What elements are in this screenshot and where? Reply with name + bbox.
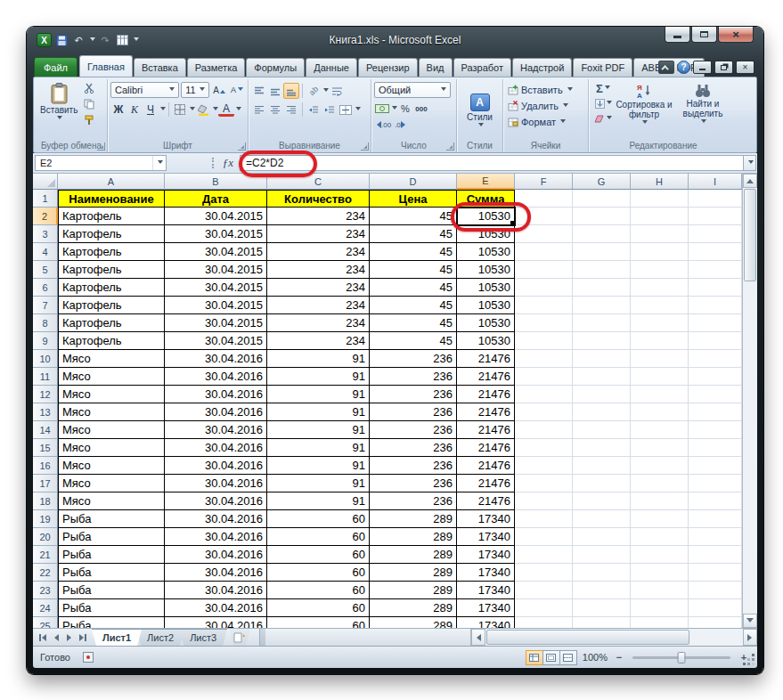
- cell-F3[interactable]: [515, 225, 573, 243]
- horizontal-scroll-track[interactable]: [690, 629, 743, 646]
- cell-D25[interactable]: 289: [370, 617, 457, 628]
- cell-G14[interactable]: [573, 421, 631, 439]
- column-header-B[interactable]: B: [165, 174, 267, 190]
- cell-A14[interactable]: Мясо: [58, 421, 165, 439]
- cell-D3[interactable]: 45: [370, 225, 457, 243]
- column-header-G[interactable]: G: [573, 174, 631, 190]
- cell-G6[interactable]: [573, 279, 631, 297]
- maximize-button[interactable]: [691, 27, 717, 43]
- cell-A13[interactable]: Мясо: [58, 403, 165, 421]
- merge-center-button[interactable]: [338, 102, 354, 118]
- cell-I11[interactable]: [689, 368, 742, 386]
- cell-H23[interactable]: [631, 582, 689, 599]
- cell-F16[interactable]: [515, 457, 573, 475]
- cell-B24[interactable]: 30.04.2016: [165, 599, 267, 617]
- cell-G10[interactable]: [573, 350, 631, 368]
- cell-B2[interactable]: 30.04.2015: [165, 208, 267, 225]
- cell-I13[interactable]: [689, 403, 742, 421]
- row-header-17[interactable]: 17: [33, 475, 58, 492]
- row-header-13[interactable]: 13: [33, 403, 58, 421]
- cell-C24[interactable]: 60: [267, 599, 370, 617]
- cell-B6[interactable]: 30.04.2015: [165, 279, 267, 297]
- cell-B9[interactable]: 30.04.2015: [165, 332, 267, 350]
- align-bottom-button[interactable]: [283, 83, 299, 99]
- cell-E20[interactable]: 17340: [457, 528, 515, 546]
- cell-F10[interactable]: [515, 350, 573, 368]
- increase-indent-button[interactable]: [322, 102, 338, 118]
- decrease-indent-button[interactable]: [306, 102, 322, 118]
- cell-C1[interactable]: Количество: [267, 190, 370, 208]
- cell-H1[interactable]: [631, 190, 689, 208]
- cell-B16[interactable]: 30.04.2016: [165, 457, 267, 475]
- cell-F15[interactable]: [515, 439, 573, 457]
- cell-D9[interactable]: 45: [370, 332, 457, 350]
- cell-H19[interactable]: [631, 510, 689, 528]
- cell-E22[interactable]: 17340: [457, 564, 515, 582]
- cell-B12[interactable]: 30.04.2016: [165, 386, 267, 403]
- cell-I15[interactable]: [689, 439, 742, 457]
- cell-D6[interactable]: 45: [370, 279, 457, 297]
- cell-G25[interactable]: [573, 617, 631, 628]
- cell-H16[interactable]: [631, 457, 689, 475]
- macro-record-icon[interactable]: [83, 652, 94, 663]
- cell-B11[interactable]: 30.04.2016: [165, 368, 267, 386]
- cell-I3[interactable]: [689, 225, 742, 243]
- cell-I10[interactable]: [689, 350, 742, 368]
- cell-H24[interactable]: [631, 599, 689, 617]
- sheet-tab-1[interactable]: Лист1: [92, 629, 142, 646]
- cell-H7[interactable]: [631, 297, 689, 314]
- horizontal-scroll-thumb[interactable]: [486, 630, 689, 645]
- cell-B20[interactable]: 30.04.2016: [165, 528, 267, 546]
- cell-F22[interactable]: [515, 564, 573, 582]
- cell-A3[interactable]: Картофель: [58, 225, 165, 243]
- decrease-decimal-button[interactable]: .0: [393, 118, 408, 131]
- cell-A19[interactable]: Рыба: [58, 510, 165, 528]
- number-dialog-launcher-icon[interactable]: [446, 142, 454, 151]
- cell-H9[interactable]: [631, 332, 689, 350]
- row-header-1[interactable]: 1: [33, 190, 58, 208]
- orientation-button[interactable]: ab: [306, 83, 322, 99]
- cell-G15[interactable]: [573, 439, 631, 457]
- cell-F12[interactable]: [515, 386, 573, 403]
- cell-B5[interactable]: 30.04.2015: [165, 261, 267, 279]
- cell-F24[interactable]: [515, 599, 573, 617]
- align-middle-button[interactable]: [267, 83, 283, 99]
- alignment-dialog-launcher-icon[interactable]: [361, 142, 369, 151]
- cell-H25[interactable]: [631, 617, 689, 628]
- italic-button[interactable]: К: [126, 102, 143, 118]
- cell-G1[interactable]: [573, 190, 631, 208]
- copy-button[interactable]: [81, 97, 97, 111]
- cell-I25[interactable]: [689, 617, 742, 628]
- cell-H12[interactable]: [631, 386, 689, 403]
- cell-G18[interactable]: [573, 492, 631, 510]
- redo-icon[interactable]: ↷: [98, 33, 112, 47]
- cell-F13[interactable]: [515, 403, 573, 421]
- row-header-25[interactable]: 25: [33, 617, 58, 628]
- cell-D12[interactable]: 236: [370, 386, 457, 403]
- cell-B1[interactable]: Дата: [165, 190, 267, 208]
- column-header-I[interactable]: I: [689, 174, 742, 190]
- cell-E11[interactable]: 21476: [457, 368, 515, 386]
- merge-dropdown-icon[interactable]: [355, 107, 361, 113]
- cell-B4[interactable]: 30.04.2015: [165, 243, 267, 261]
- cell-D18[interactable]: 236: [370, 492, 457, 510]
- cell-B25[interactable]: 30.04.2016: [165, 617, 267, 628]
- cell-D15[interactable]: 236: [370, 439, 457, 457]
- row-header-19[interactable]: 19: [33, 510, 58, 528]
- cell-C25[interactable]: 60: [267, 617, 370, 628]
- cell-I23[interactable]: [689, 582, 742, 599]
- cell-G24[interactable]: [573, 599, 631, 617]
- cell-E12[interactable]: 21476: [457, 386, 515, 403]
- wrap-text-button[interactable]: [329, 83, 345, 99]
- cell-A25[interactable]: Рыба: [58, 617, 165, 628]
- cell-C19[interactable]: 60: [267, 510, 370, 528]
- cell-C12[interactable]: 91: [267, 386, 370, 403]
- cell-A7[interactable]: Картофель: [58, 297, 165, 314]
- cell-C9[interactable]: 234: [267, 332, 370, 350]
- cell-C10[interactable]: 91: [267, 350, 370, 368]
- cell-D17[interactable]: 236: [370, 475, 457, 492]
- row-header-2[interactable]: 2: [33, 208, 58, 225]
- minimize-ribbon-icon[interactable]: [658, 61, 674, 74]
- cell-I18[interactable]: [689, 492, 742, 510]
- quick-table-icon[interactable]: [115, 33, 129, 47]
